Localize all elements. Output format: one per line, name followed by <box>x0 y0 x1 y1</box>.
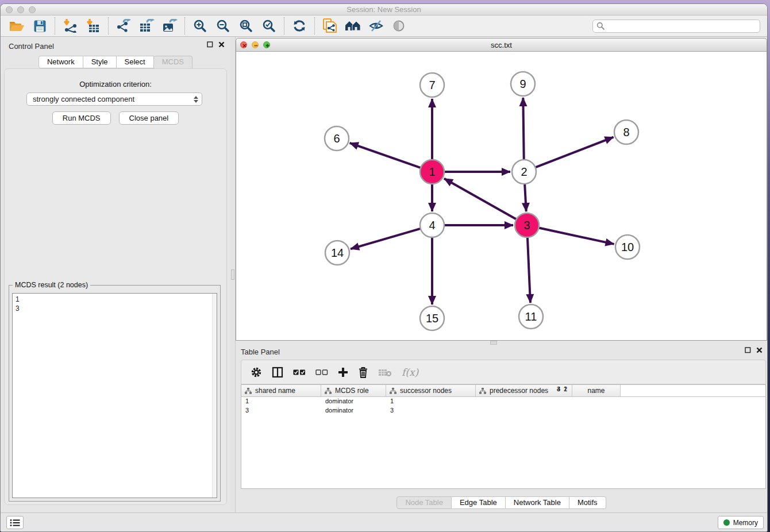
graph-edge-2-8[interactable] <box>536 137 614 168</box>
table-options-button[interactable] <box>251 364 262 381</box>
save-session-button[interactable] <box>28 17 51 36</box>
fit-columns-button[interactable] <box>272 364 283 381</box>
table-tab-edge-table[interactable]: Edge Table <box>452 496 506 509</box>
divider-grip[interactable] <box>231 269 234 280</box>
table-tab-node-table[interactable]: Node Table <box>396 496 452 509</box>
app-titlebar: Session: New Session <box>1 4 767 16</box>
export-image-button[interactable] <box>158 17 181 36</box>
network-home-button[interactable] <box>341 17 364 36</box>
tab-style[interactable]: Style <box>83 56 117 68</box>
column-header-shared-name[interactable]: shared name <box>241 385 321 396</box>
graph-edge-4-14[interactable] <box>351 229 421 249</box>
show-all-button[interactable] <box>387 17 410 36</box>
eye-slash-icon <box>369 19 383 33</box>
close-panel-icon[interactable] <box>756 347 763 353</box>
zoom-out-button[interactable] <box>211 17 234 36</box>
close-panel-icon[interactable] <box>218 41 225 48</box>
column-type-icon <box>325 388 332 394</box>
import-network-icon <box>63 19 78 33</box>
table-cell[interactable]: 1 <box>386 397 434 406</box>
task-history-button[interactable] <box>6 516 24 529</box>
table-body: 1dominator4113dominator323 <box>241 397 765 415</box>
graph-edge-3-11[interactable] <box>528 237 530 303</box>
unselect-all-columns-button[interactable] <box>315 364 328 381</box>
search-input[interactable] <box>607 22 756 30</box>
maximize-window-button[interactable] <box>29 6 36 13</box>
trash-icon <box>358 367 368 378</box>
network-minimize-button[interactable] <box>252 41 259 48</box>
tab-mcds[interactable]: MCDS <box>154 56 192 69</box>
delete-table-button[interactable] <box>378 364 392 381</box>
control-panel-window-buttons <box>207 41 225 48</box>
criterion-value: strongly connected component <box>33 95 134 103</box>
right-region: scc.txt 1234678910111415 Table Panel <box>236 37 767 512</box>
column-header-mcds-role[interactable]: MCDS role <box>321 385 386 396</box>
zoom-fit-icon <box>239 19 253 33</box>
table-cell[interactable]: 3 <box>386 406 434 415</box>
hide-selected-button[interactable] <box>364 17 387 36</box>
graph-node-label-8: 8 <box>623 126 629 138</box>
toolbar-separator <box>108 17 109 34</box>
apply-layout-button[interactable] <box>288 17 311 36</box>
table-row[interactable]: 3dominator323 <box>241 406 765 415</box>
mcds-buttons-row: Run MCDS Close panel <box>5 111 226 125</box>
graph-edge-1-6[interactable] <box>350 143 421 168</box>
table-cell[interactable]: dominator <box>321 406 386 415</box>
tab-network[interactable]: Network <box>38 56 83 68</box>
graph-node-label-6: 6 <box>333 132 340 145</box>
float-panel-icon[interactable] <box>207 41 213 48</box>
control-panel-title: Control Panel <box>9 42 54 51</box>
open-session-button[interactable] <box>5 17 28 36</box>
criterion-dropdown[interactable]: strongly connected component <box>26 92 202 106</box>
tab-select[interactable]: Select <box>117 56 154 68</box>
float-panel-icon[interactable] <box>745 347 751 353</box>
run-mcds-button[interactable]: Run MCDS <box>52 111 111 125</box>
network-close-button[interactable] <box>240 41 247 48</box>
toolbar-separator <box>284 17 284 34</box>
panel-divider[interactable] <box>230 37 236 512</box>
delete-column-button[interactable] <box>358 364 368 381</box>
close-panel-button[interactable]: Close panel <box>119 111 179 125</box>
import-table-icon <box>86 19 101 33</box>
result-scrollbar[interactable] <box>212 294 217 498</box>
mcds-result-text[interactable]: 1 3 <box>12 293 217 498</box>
refresh-icon <box>292 19 306 33</box>
graph-edge-2-3[interactable] <box>525 184 526 211</box>
column-header-successor-nodes[interactable]: successor nodes <box>386 385 476 396</box>
control-panel-tabs: NetworkStyleSelectMCDS <box>1 56 230 69</box>
graph-edge-3-10[interactable] <box>539 228 614 244</box>
table-tab-motifs[interactable]: Motifs <box>569 496 606 509</box>
graph-node-label-11: 11 <box>525 310 537 323</box>
select-all-columns-button[interactable] <box>293 364 306 381</box>
network-canvas[interactable]: 1234678910111415 <box>236 52 767 340</box>
table-cell[interactable]: 2 <box>476 385 573 488</box>
show-all-icon <box>392 20 405 32</box>
column-type-icon <box>390 388 396 394</box>
import-table-button[interactable] <box>82 17 105 36</box>
table-cell[interactable]: 1 <box>241 397 321 406</box>
zoom-in-button[interactable] <box>188 17 211 36</box>
control-panel: Control Panel NetworkStyleSelectMCDS Opt… <box>1 37 230 512</box>
minimize-window-button[interactable] <box>17 6 24 13</box>
graph-edge-3-1[interactable] <box>444 179 517 219</box>
network-graph: 1234678910111415 <box>236 52 767 340</box>
table-cell[interactable]: 3 <box>241 406 321 415</box>
function-builder-button[interactable]: f(x) <box>402 364 418 381</box>
graph-node-label-15: 15 <box>426 312 438 325</box>
graph-edge-2-9[interactable] <box>523 98 523 160</box>
export-network-button[interactable] <box>112 17 135 36</box>
close-window-button[interactable] <box>6 6 13 13</box>
export-table-button[interactable] <box>135 17 158 36</box>
table-cell[interactable]: dominator <box>321 397 386 406</box>
network-window-controls <box>240 41 270 48</box>
zoom-fit-content-button[interactable] <box>234 17 257 36</box>
zoom-selected-button[interactable] <box>257 17 280 36</box>
memory-button[interactable]: Memory <box>718 516 764 529</box>
column-header-name[interactable]: name <box>572 385 621 396</box>
network-maximize-button[interactable] <box>263 41 270 48</box>
clone-network-button[interactable] <box>318 17 341 36</box>
table-panel-tabs: Node TableEdge TableNetwork TableMotifs <box>236 496 767 509</box>
import-network-button[interactable] <box>59 17 82 36</box>
table-tab-network-table[interactable]: Network Table <box>506 496 569 509</box>
add-column-button[interactable] <box>338 364 348 381</box>
